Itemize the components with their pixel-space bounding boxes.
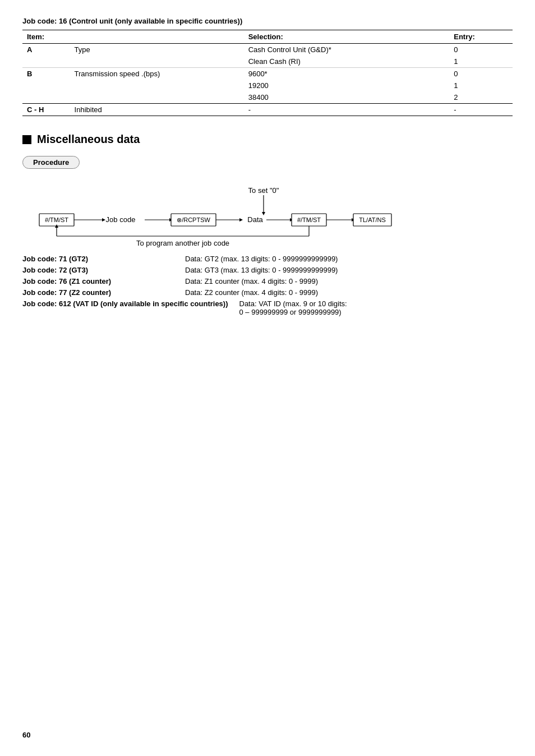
job-code-label-71: Job code: 71 (GT2) xyxy=(22,255,174,263)
item-ch: C - H xyxy=(22,104,70,116)
section-title: Miscellaneous data xyxy=(37,133,140,146)
col-desc xyxy=(70,30,244,44)
entry-b2: 1 xyxy=(449,80,513,91)
col-entry: Entry: xyxy=(449,30,513,44)
svg-text:Job code: Job code xyxy=(106,215,136,224)
svg-marker-13 xyxy=(239,218,243,222)
job-code-label-72: Job code: 72 (GT3) xyxy=(22,266,174,274)
flow-svg: To set "0" #/TM/ST Job code ⊗/RCPTSW Dat… xyxy=(22,183,505,247)
job-code-label-77: Job code: 77 (Z2 counter) xyxy=(22,288,174,297)
job-code-data-72: Data: GT3 (max. 13 digits: 0 - 999999999… xyxy=(185,266,338,274)
svg-text:To set "0": To set "0" xyxy=(248,186,279,195)
desc-a: Type xyxy=(70,44,244,56)
job-code-row-77: Job code: 77 (Z2 counter) Data: Z2 count… xyxy=(22,288,513,297)
page-number: 60 xyxy=(22,731,30,739)
desc-ch: Inhibited xyxy=(70,104,244,116)
svg-text:To program another job code: To program another job code xyxy=(136,239,229,247)
entry-ch: - xyxy=(449,104,513,116)
table-row: C - H Inhibited - - xyxy=(22,104,513,116)
svg-text:⊗/RCPTSW: ⊗/RCPTSW xyxy=(177,216,210,223)
table-row: A Type Cash Control Unit (G&D)* 0 xyxy=(22,44,513,56)
svg-text:TL/AT/NS: TL/AT/NS xyxy=(359,216,385,223)
table-row: Clean Cash (RI) 1 xyxy=(22,56,513,68)
desc-b: Transmission speed .(bps) xyxy=(70,68,244,80)
sel-a2: Clean Cash (RI) xyxy=(244,56,450,68)
svg-text:Data: Data xyxy=(247,215,263,224)
job-codes-section: Job code: 71 (GT2) Data: GT2 (max. 13 di… xyxy=(22,255,513,316)
sel-b3: 38400 xyxy=(244,91,450,104)
svg-marker-6 xyxy=(102,218,105,222)
job-code-data-71: Data: GT2 (max. 13 digits: 0 - 999999999… xyxy=(185,255,338,263)
entry-a2: 1 xyxy=(449,56,513,68)
sel-ch: - xyxy=(244,104,450,116)
job-code-data-612: Data: VAT ID (max. 9 or 10 digits:0 – 99… xyxy=(239,299,347,316)
job-code-row-76: Job code: 76 (Z1 counter) Data: Z1 count… xyxy=(22,277,513,285)
job-code-label-76: Job code: 76 (Z1 counter) xyxy=(22,277,174,285)
col-item: Item: xyxy=(22,30,70,44)
table-row: 38400 2 xyxy=(22,91,513,104)
item-a: A xyxy=(22,44,70,56)
job-code-table: Item: Selection: Entry: A Type Cash Cont… xyxy=(22,30,513,116)
flow-diagram: To set "0" #/TM/ST Job code ⊗/RCPTSW Dat… xyxy=(22,183,513,249)
job-code-row-71: Job code: 71 (GT2) Data: GT2 (max. 13 di… xyxy=(22,255,513,263)
item-b: B xyxy=(22,68,70,80)
entry-b3: 2 xyxy=(449,91,513,104)
svg-text:#/TM/ST: #/TM/ST xyxy=(297,216,321,223)
job-code-label-612: Job code: 612 (VAT ID (only available in… xyxy=(22,299,228,308)
job-code-row-612: Job code: 612 (VAT ID (only available in… xyxy=(22,299,513,316)
job-code-row-72: Job code: 72 (GT3) Data: GT3 (max. 13 di… xyxy=(22,266,513,274)
procedure-button[interactable]: Procedure xyxy=(22,156,80,169)
entry-a1: 0 xyxy=(449,44,513,56)
sel-b2: 19200 xyxy=(244,80,450,91)
section-header: Miscellaneous data xyxy=(22,133,513,146)
job-code-data-77: Data: Z2 counter (max. 4 digits: 0 - 999… xyxy=(185,288,318,297)
table-title: Job code: 16 (Control unit (only availab… xyxy=(22,17,513,25)
entry-b1: 0 xyxy=(449,68,513,80)
sel-b1: 9600* xyxy=(244,68,450,80)
col-selection: Selection: xyxy=(244,30,450,44)
table-row: B Transmission speed .(bps) 9600* 0 xyxy=(22,68,513,80)
section-icon xyxy=(22,135,31,144)
table-row: 19200 1 xyxy=(22,80,513,91)
sel-a1: Cash Control Unit (G&D)* xyxy=(244,44,450,56)
svg-text:#/TM/ST: #/TM/ST xyxy=(45,216,68,223)
job-code-data-76: Data: Z1 counter (max. 4 digits: 0 - 999… xyxy=(185,277,318,285)
